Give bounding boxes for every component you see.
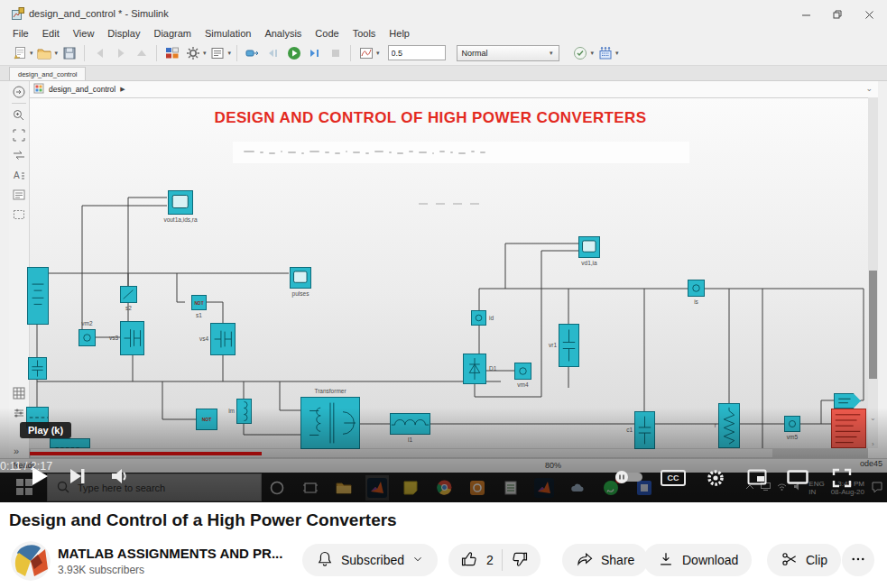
block-is1: [688, 280, 705, 297]
svg-text:NOT: NOT: [202, 417, 213, 422]
dislike-button[interactable]: [511, 550, 529, 571]
block-label-tr1: Transformer: [282, 388, 378, 394]
like-count: 2: [486, 553, 494, 567]
legend-icon: [12, 188, 26, 202]
video-title: Design and Control of a High Power Conve…: [9, 510, 397, 530]
download-button[interactable]: Download: [643, 544, 752, 576]
settings-button[interactable]: [706, 468, 725, 488]
theater-button[interactable]: [787, 470, 808, 484]
channel-avatar[interactable]: [11, 541, 51, 581]
captions-button[interactable]: CC: [661, 470, 686, 486]
clip-button[interactable]: Clip: [767, 544, 841, 576]
block-label-scope2: pulses: [272, 290, 329, 297]
save-button: [60, 43, 79, 62]
like-button[interactable]: [460, 550, 478, 571]
menu-file: File: [13, 28, 29, 39]
autoplay-toggle[interactable]: [614, 471, 644, 483]
svg-text:»: »: [14, 446, 19, 456]
restore-icon: [833, 7, 843, 23]
mute-button[interactable]: [110, 467, 130, 485]
next-button[interactable]: [69, 467, 87, 485]
menu-bar: FileEditViewDisplayDiagramSimulationAnal…: [0, 26, 887, 41]
player-controls: 0:11 / 2:17CC: [0, 460, 887, 502]
miniplayer-button[interactable]: [747, 469, 767, 485]
canvas-expand-right-icon: ›: [872, 440, 874, 448]
bell-icon: [316, 550, 334, 571]
step-forward-button: [305, 43, 324, 62]
more-actions-button[interactable]: [842, 544, 874, 576]
toolbar-separator: [236, 45, 237, 61]
sim-data-inspector-button: [356, 43, 375, 62]
model-tab-bar: design_and_control: [0, 66, 887, 81]
block-src1: [27, 267, 49, 325]
block-src2: [28, 357, 47, 380]
toolbar-separator: [156, 45, 157, 61]
toolbar-separator: [350, 45, 351, 61]
chevron-down-icon: [411, 553, 424, 568]
like-dislike-bar: 2: [448, 544, 541, 576]
hidden-content-icon: »: [12, 444, 26, 458]
block-label-vs3: vs3: [82, 335, 118, 341]
block-l1: [390, 413, 430, 435]
share-button[interactable]: Share: [562, 544, 648, 576]
zoom-icon: [12, 108, 26, 123]
block-label-vm4: vm4: [496, 381, 550, 388]
block-label-vm2: vm2: [60, 320, 114, 326]
breadcrumb-arrow-icon: ▶: [120, 86, 125, 93]
model-explorer-button-dropdown-icon: ▾: [228, 50, 232, 57]
toolbar: ▾▾▾▾▾ Normal▾ ▾▾: [0, 41, 887, 66]
diagram-subtitle-illegible: [233, 142, 689, 163]
block-label-d1: D1: [489, 365, 496, 372]
more-dots-icon: [850, 551, 866, 570]
breadcrumb-chevron-icon: ⌄: [865, 84, 873, 93]
captions-label: CC: [661, 470, 686, 486]
fullscreen-button[interactable]: [832, 468, 852, 488]
sim-mode-select: Normal▾: [457, 45, 559, 61]
block-label-scope1: vout1a,ids,ra: [150, 216, 211, 223]
clip-label: Clip: [806, 553, 827, 567]
block-scope3: [578, 236, 600, 258]
subscribed-label: Subscribed: [341, 553, 404, 567]
block-tr1: [300, 397, 360, 449]
menu-code: Code: [315, 28, 338, 39]
direction-icon: [12, 148, 26, 162]
sim-mode-value: Normal: [462, 49, 488, 58]
minimize-icon: [801, 7, 811, 23]
step-back-button: [263, 43, 282, 62]
block-vm4: [514, 363, 531, 380]
new-model-button-dropdown-icon: ▾: [30, 50, 33, 57]
block-scope1: [168, 190, 193, 215]
channel-name[interactable]: MATLAB ASSIGNMENTS AND PR...: [58, 546, 282, 561]
block-vs4: [210, 323, 236, 355]
svg-text:A: A: [14, 170, 20, 180]
update-diagram-button: [243, 43, 262, 62]
up-to-parent-button: [132, 43, 151, 62]
sim-stop-time-input: [388, 45, 446, 60]
block-d1: [463, 354, 486, 384]
simulink-app-icon: [12, 7, 24, 23]
block-scope2: [290, 267, 311, 289]
window-title: design_and_control * - Simulink: [29, 8, 169, 19]
block-vs3: [120, 321, 144, 355]
progress-red-bar: [30, 452, 262, 455]
share-label: Share: [601, 553, 634, 567]
breadcrumb: design_and_control: [49, 85, 115, 94]
block-s2: [120, 286, 137, 303]
forward-button: [111, 43, 130, 62]
subscriber-count: 3.93K subscribers: [58, 564, 144, 576]
block-label-vm5: vm5: [766, 434, 818, 440]
stop-button: [326, 43, 345, 62]
close-icon: [864, 7, 874, 23]
block-info1: [831, 409, 866, 448]
sim-data-inspector-button-dropdown-icon: ▾: [376, 50, 380, 57]
block-r1: [718, 403, 740, 448]
build-button-dropdown-icon: ▾: [615, 50, 619, 57]
video-player[interactable]: design_and_control * - Simulink FileEdit…: [0, 0, 887, 502]
simulink-title-bar: design_and_control * - Simulink: [0, 0, 887, 27]
model-canvas: DESIGN AND CONTROL OF HIGH POWER CONVERT…: [29, 97, 868, 448]
time-display: 0:11 / 2:17: [0, 460, 52, 473]
menu-simulation: Simulation: [205, 28, 251, 39]
new-model-button: [10, 43, 29, 62]
subscribed-button[interactable]: Subscribed: [302, 544, 438, 576]
channel-row: MATLAB ASSIGNMENTS AND PR... 3.93K subsc…: [9, 539, 878, 584]
